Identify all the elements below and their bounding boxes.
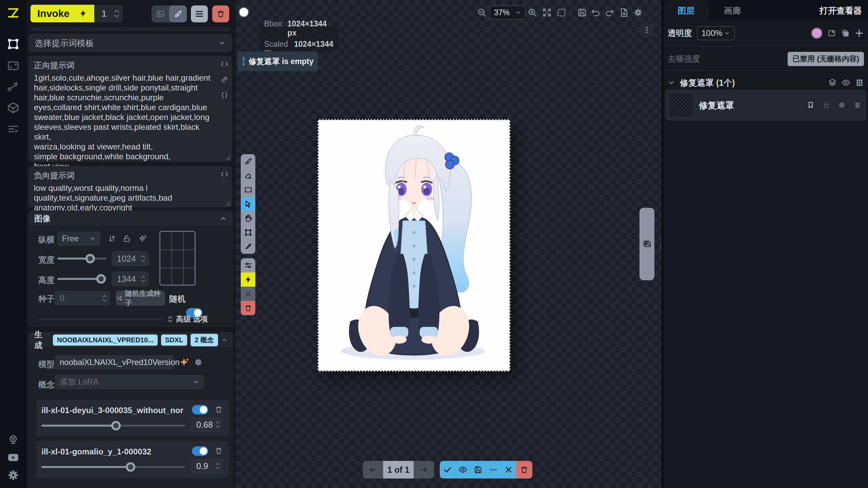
panel-divider[interactable] [661,0,664,488]
model-settings-gear-icon[interactable] [194,358,203,367]
link-icon[interactable] [220,76,229,84]
code-view-icon[interactable] [220,170,229,178]
lora-weight-input[interactable]: 0.68 [191,417,223,432]
code-view-icon[interactable] [220,60,229,68]
inpaint-mask-layer-row[interactable]: 修复遮罩 [665,89,866,121]
zoom-level-select[interactable]: 37% [489,5,526,20]
rect-tool[interactable] [241,183,255,197]
tab-gallery[interactable]: 画廊 [724,0,741,21]
clear-canvas-button[interactable] [212,5,229,22]
collapse-icon[interactable] [221,336,227,344]
mask-grid-icon[interactable] [855,78,864,87]
preview-toggle-button[interactable] [455,461,470,479]
positive-prompt-text[interactable]: 1girl,solo,cute,ahoge,silver hair,blue h… [34,73,214,171]
canvas-menu-button[interactable] [640,23,654,37]
swap-dimensions-icon[interactable] [107,234,116,243]
eyedropper-tool[interactable] [241,240,255,254]
visibility-eye-icon[interactable] [842,78,850,87]
invoke-button[interactable]: Invoke [31,5,94,22]
more-actions-button[interactable] [486,461,501,479]
prompt-template-select[interactable]: 选择提示词模板 [28,34,232,52]
brush-tool[interactable] [241,154,255,168]
image-mode-button[interactable] [152,5,169,22]
nav-upscale-tab[interactable] [6,58,21,73]
positive-prompt-box[interactable]: 正向提示词 1girl,solo,cute,ahoge,silver hair,… [28,56,232,162]
generated-image[interactable] [317,119,511,372]
fit-view-icon[interactable] [542,7,552,18]
trash-icon[interactable] [853,101,862,109]
accept-button[interactable] [440,461,455,479]
layers-stack-icon[interactable] [828,78,837,87]
queue-count-box[interactable]: 1 [94,5,123,22]
dismiss-staging-button[interactable] [501,461,516,479]
youtube-icon[interactable] [6,450,21,465]
support-icon[interactable] [6,432,21,447]
canvas-settings-gear-icon[interactable] [633,7,643,18]
nav-canvas-tab[interactable] [6,37,21,52]
advanced-options-button[interactable]: 高级 选项 [167,314,208,324]
chevron-down-icon[interactable] [668,79,675,86]
height-slider[interactable] [57,278,106,280]
invoke-region-tool[interactable] [241,272,255,287]
negative-prompt-box[interactable]: 负向提示词 low quality,worst quality,norma l … [28,166,232,207]
panel-scroll-indicator[interactable] [31,27,230,31]
image-section-header[interactable]: 图像 [29,211,232,226]
color-swatch[interactable] [238,7,249,18]
opacity-select[interactable]: 100% [697,26,735,40]
layer-color-dot-icon[interactable] [838,101,846,109]
duplicate-layer-icon[interactable] [841,29,850,38]
lock-icon[interactable] [122,234,131,243]
lora-delete-icon[interactable] [214,446,223,455]
optimize-sparkle-icon[interactable] [139,234,147,243]
lora-enabled-toggle[interactable] [192,405,208,414]
queue-count-stepper[interactable] [114,9,119,18]
transform-tool[interactable] [241,225,255,240]
unlock-icon[interactable] [822,101,830,109]
nav-workflows-tab[interactable] [6,79,21,94]
bookmark-icon[interactable] [807,101,815,109]
model-select[interactable]: noobaiXLNAIXL_vPred10Version [55,355,175,369]
move-tool[interactable] [241,197,255,211]
height-input[interactable]: 1344 [112,271,149,286]
zoom-in-icon[interactable] [527,7,537,18]
resize-grip-icon[interactable] [224,200,231,206]
settings-gear-icon[interactable] [6,468,21,483]
generation-section-header[interactable]: 生成 NOOBAIXLNAIXL_VPRED10... SDXL 2 概念 [29,332,232,347]
lora-delete-icon[interactable] [214,405,223,414]
seed-input[interactable]: 0 [54,291,110,306]
collapse-icon[interactable] [219,215,227,222]
canvas-area[interactable]: 37% Bbox:1024×1344 px Scaled Bbox:1024×1… [236,0,662,488]
lora-enabled-toggle[interactable] [192,446,208,456]
nav-models-tab[interactable] [6,100,21,115]
model-sparkle-icon[interactable] [180,358,190,367]
eraser-tool[interactable] [241,168,255,183]
width-input[interactable]: 1024 [112,251,149,266]
next-image-button[interactable] [414,461,434,479]
discard-image-button[interactable] [516,461,532,479]
pan-tool[interactable] [241,211,255,225]
lora-weight-stepper[interactable] [215,463,220,469]
brush-mode-button[interactable] [169,5,187,22]
gallery-peek-handle[interactable] [639,208,654,280]
width-stepper[interactable] [141,255,145,262]
random-seed-button[interactable]: 随机生成种子 [116,291,165,306]
height-stepper[interactable] [141,276,145,282]
width-slider[interactable] [57,258,106,260]
resize-grip-icon[interactable] [224,154,231,160]
lora-weight-input[interactable]: 0.9 [191,459,223,473]
cancel-tool[interactable] [241,287,255,301]
seed-stepper[interactable] [102,295,107,302]
redo-icon[interactable] [605,7,615,18]
previous-image-button[interactable] [363,461,383,479]
lora-weight-slider[interactable] [41,466,185,468]
delete-layer-tool[interactable] [241,301,255,315]
mask-color-swatch[interactable] [811,27,823,39]
save-to-gallery-button[interactable] [470,461,486,479]
open-viewer-button[interactable]: 打开查看器 [820,0,862,21]
lora-weight-slider[interactable] [41,425,185,427]
tab-layers[interactable]: 图层 [664,0,709,21]
new-session-icon[interactable] [619,7,629,18]
braces-icon[interactable] [220,91,229,99]
fit-layer-icon[interactable] [827,29,836,38]
add-layer-icon[interactable] [854,28,864,38]
